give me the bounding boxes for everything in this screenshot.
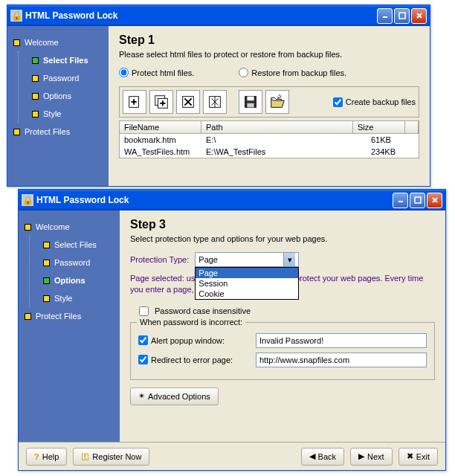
minimize-button[interactable] [393, 193, 408, 208]
help-icon: ? [34, 452, 39, 461]
sidebar-item-style[interactable]: Style [19, 105, 104, 123]
cell-size: 61KB [367, 135, 419, 145]
redirect-input[interactable] [138, 355, 148, 364]
sidebar-item-select-files[interactable]: Select Files [30, 236, 115, 254]
maximize-button[interactable] [394, 8, 410, 24]
create-backup-input[interactable] [333, 97, 343, 107]
arrow-left-icon: ◀ [309, 451, 315, 461]
sidebar: Welcome Select Files Password Options St… [19, 210, 120, 442]
close-button[interactable] [411, 8, 427, 24]
bullet-icon [43, 242, 50, 248]
case-insensitive-input[interactable] [139, 306, 149, 316]
file-table: FileName Path Size bookmark.htm E:\ 61KB… [119, 120, 419, 158]
bullet-icon [25, 313, 31, 320]
open-button[interactable] [265, 90, 289, 114]
fieldset-legend: When password is incorrect: [137, 318, 245, 327]
sidebar-item-password[interactable]: Password [19, 69, 104, 87]
case-insensitive-checkbox[interactable]: Password case insensitive [139, 306, 435, 316]
dropdown-option-cookie[interactable]: Cookie [196, 289, 298, 299]
radio-protect-input[interactable] [119, 68, 129, 77]
sidebar-label: Protect Files [25, 127, 70, 136]
exit-icon: ✖ [407, 451, 413, 461]
cell-filename: bookmark.htm [120, 135, 201, 145]
help-button[interactable]: ?Help [26, 448, 67, 466]
checkbox-label: Create backup files [346, 97, 416, 106]
table-row[interactable]: bookmark.htm E:\ 61KB [120, 134, 419, 146]
alert-message-input[interactable] [256, 333, 427, 348]
radio-restore[interactable]: Restore from backup files. [239, 68, 346, 77]
protection-type-dropdown: Page Session Cookie [195, 267, 299, 300]
maximize-button[interactable] [410, 193, 425, 208]
titlebar[interactable]: 🔒 HTML Password Lock [7, 5, 430, 26]
sidebar-label: Password [43, 74, 79, 83]
clear-button[interactable] [203, 90, 227, 114]
key-icon: ⚿ [81, 452, 89, 461]
radio-restore-input[interactable] [239, 68, 248, 77]
alert-popup-checkbox[interactable]: Alert popup window: [138, 335, 250, 345]
chevron-down-icon: ▾ [283, 253, 295, 266]
sidebar-label: Select Files [43, 56, 88, 65]
window-step1: 🔒 HTML Password Lock Welcome Select File… [7, 4, 430, 187]
window-title: HTML Password Lock [36, 195, 393, 205]
column-path[interactable]: Path [201, 121, 353, 133]
main-panel: Step 3 Select protection type and option… [120, 210, 445, 442]
checkbox-label: Password case insensitive [155, 306, 251, 315]
bullet-icon [32, 57, 39, 64]
exit-button[interactable]: ✖Exit [398, 448, 438, 466]
window-title: HTML Password Lock [25, 10, 377, 21]
cell-filename: WA_TestFiles.htm [120, 147, 201, 157]
back-button[interactable]: ◀Back [301, 448, 344, 466]
dropdown-option-page[interactable]: Page [196, 268, 298, 278]
next-button[interactable]: ▶Next [350, 448, 393, 466]
alert-popup-input[interactable] [138, 335, 148, 345]
sidebar-item-options[interactable]: Options [30, 271, 115, 289]
radio-label: Protect html files. [132, 68, 194, 77]
bullet-icon [13, 39, 20, 46]
redirect-url-input[interactable] [256, 353, 427, 367]
sidebar-item-password[interactable]: Password [30, 254, 115, 271]
step-desc: Please select html files to protect or r… [119, 50, 419, 59]
button-label: Back [318, 452, 336, 461]
sidebar-label: Password [54, 258, 90, 267]
minimize-button[interactable] [377, 8, 393, 24]
bullet-icon [25, 224, 31, 231]
column-size[interactable]: Size [353, 121, 405, 133]
create-backup-checkbox[interactable]: Create backup files [333, 97, 416, 107]
bullet-icon [32, 75, 39, 82]
sidebar-item-protect-files[interactable]: Protect Files [23, 307, 115, 325]
button-label: Advaced Options [148, 392, 210, 401]
sidebar-item-style[interactable]: Style [30, 289, 115, 307]
bullet-icon [43, 295, 50, 302]
radio-protect[interactable]: Protect html files. [119, 68, 194, 77]
save-button[interactable] [239, 90, 262, 114]
checkbox-label: Alert popup window: [151, 336, 225, 345]
advanced-options-button[interactable]: ✴ Advaced Options [130, 387, 219, 405]
protection-type-select[interactable]: Page ▾ [195, 252, 299, 267]
column-filename[interactable]: FileName [120, 121, 201, 133]
table-row[interactable]: WA_TestFiles.htm E:\WA_TestFiles 234KB [120, 146, 419, 158]
sidebar-item-welcome[interactable]: Welcome [12, 33, 104, 51]
sidebar-item-select-files[interactable]: Select Files [19, 51, 104, 69]
sidebar-label: Select Files [54, 240, 97, 249]
step-desc: Select protection type and options for y… [130, 234, 435, 243]
file-toolbar: Create backup files [119, 86, 419, 118]
sidebar-item-options[interactable]: Options [19, 87, 104, 105]
dropdown-option-session[interactable]: Session [196, 278, 298, 289]
sidebar-item-welcome[interactable]: Welcome [23, 218, 115, 236]
checkbox-label: Redirect to error page: [151, 356, 233, 364]
sidebar: Welcome Select Files Password Options St… [7, 26, 109, 186]
sidebar-item-protect-files[interactable]: Protect Files [12, 123, 104, 141]
svg-rect-19 [247, 97, 254, 101]
protection-type-label: Protection Type: [130, 255, 189, 264]
add-file-button[interactable] [123, 90, 146, 114]
titlebar[interactable]: 🔒 HTML Password Lock [19, 190, 445, 210]
sidebar-label: Welcome [36, 222, 70, 231]
sidebar-label: Options [43, 91, 71, 100]
close-button[interactable] [427, 193, 442, 208]
button-label: Next [367, 452, 384, 461]
register-button[interactable]: ⚿Register Now [73, 448, 149, 466]
add-folder-button[interactable] [149, 90, 173, 114]
redirect-checkbox[interactable]: Redirect to error page: [138, 355, 250, 364]
remove-button[interactable] [176, 90, 200, 114]
cell-path: E:\ [201, 135, 367, 145]
